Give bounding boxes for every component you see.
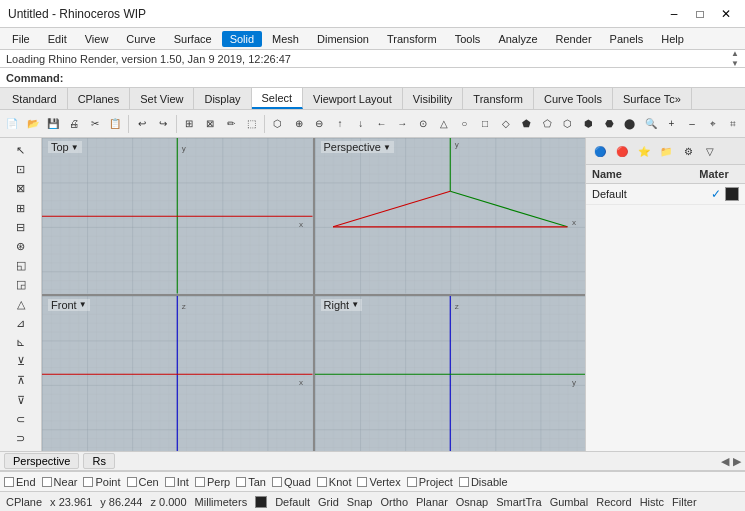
left-btn-11[interactable]: ⊻ — [5, 353, 37, 370]
toolbar-btn-19[interactable]: ⊙ — [413, 113, 433, 135]
toolbar-btn-24[interactable]: ⬟ — [517, 113, 537, 135]
toolbar-btn-32[interactable]: – — [682, 113, 702, 135]
tab-cplanes[interactable]: CPlanes — [68, 88, 131, 109]
status-filter[interactable]: Filter — [672, 496, 696, 508]
toolbar-btn-13[interactable]: ⊕ — [289, 113, 309, 135]
toolbar-btn-16[interactable]: ↓ — [351, 113, 371, 135]
rp-btn-filter[interactable]: ▽ — [700, 141, 720, 161]
left-btn-5[interactable]: ⊛ — [5, 238, 37, 255]
toolbar-btn-29[interactable]: ⬤ — [620, 113, 640, 135]
toolbar-btn-18[interactable]: → — [392, 113, 412, 135]
status-gumball[interactable]: Gumbal — [550, 496, 589, 508]
status-planar[interactable]: Planar — [416, 496, 448, 508]
menu-item-solid[interactable]: Solid — [222, 31, 262, 47]
menu-item-mesh[interactable]: Mesh — [264, 31, 307, 47]
toolbar-btn-21[interactable]: ○ — [454, 113, 474, 135]
toolbar-btn-15[interactable]: ↑ — [330, 113, 350, 135]
status-history[interactable]: Histc — [640, 496, 664, 508]
menu-item-edit[interactable]: Edit — [40, 31, 75, 47]
toolbar-btn-4[interactable]: ✂ — [85, 113, 105, 135]
toolbar-btn-11[interactable]: ⬚ — [242, 113, 262, 135]
snap-item-disable[interactable]: Disable — [459, 476, 508, 488]
tab-surface-tc»[interactable]: Surface Tc» — [613, 88, 692, 109]
tab-standard[interactable]: Standard — [2, 88, 68, 109]
vp-scroll-right[interactable]: ▶ — [733, 455, 741, 468]
toolbar-btn-14[interactable]: ⊖ — [310, 113, 330, 135]
status-grid[interactable]: Grid — [318, 496, 339, 508]
left-btn-7[interactable]: ◲ — [5, 276, 37, 293]
menu-item-view[interactable]: View — [77, 31, 117, 47]
rp-btn-4[interactable]: 📁 — [656, 141, 676, 161]
left-btn-10[interactable]: ⊾ — [5, 334, 37, 351]
snap-item-quad[interactable]: Quad — [272, 476, 311, 488]
close-button[interactable]: ✕ — [715, 5, 737, 23]
toolbar-btn-26[interactable]: ⬡ — [558, 113, 578, 135]
viewport-front[interactable]: Front ▼ — [42, 296, 313, 452]
snap-item-point[interactable]: Point — [83, 476, 120, 488]
toolbar-btn-20[interactable]: △ — [434, 113, 454, 135]
toolbar-btn-9[interactable]: ⊠ — [200, 113, 220, 135]
tab-select[interactable]: Select — [252, 88, 304, 109]
toolbar-btn-27[interactable]: ⬢ — [579, 113, 599, 135]
menu-item-panels[interactable]: Panels — [602, 31, 652, 47]
toolbar-btn-3[interactable]: 🖨 — [64, 113, 84, 135]
toolbar-btn-12[interactable]: ⬡ — [268, 113, 288, 135]
toolbar-btn-7[interactable]: ↪ — [153, 113, 173, 135]
status-record[interactable]: Record — [596, 496, 631, 508]
left-btn-12[interactable]: ⊼ — [5, 372, 37, 389]
toolbar-btn-25[interactable]: ⬠ — [537, 113, 557, 135]
toolbar-btn-22[interactable]: □ — [475, 113, 495, 135]
rp-btn-5[interactable]: ⚙ — [678, 141, 698, 161]
tab-curve-tools[interactable]: Curve Tools — [534, 88, 613, 109]
tab-set-view[interactable]: Set View — [130, 88, 194, 109]
viewport-perspective[interactable]: Perspective ▼ — [315, 138, 586, 294]
rp-btn-2[interactable]: 🔴 — [612, 141, 632, 161]
tab-display[interactable]: Display — [194, 88, 251, 109]
status-smarttrack[interactable]: SmartTra — [496, 496, 541, 508]
status-osnap[interactable]: Osnap — [456, 496, 488, 508]
snap-item-knot[interactable]: Knot — [317, 476, 352, 488]
snap-item-vertex[interactable]: Vertex — [357, 476, 400, 488]
vp-perspective-tab[interactable]: Perspective — [4, 453, 79, 469]
toolbar-btn-17[interactable]: ← — [372, 113, 392, 135]
toolbar-btn-10[interactable]: ✏ — [221, 113, 241, 135]
vp-rs-tab[interactable]: Rs — [83, 453, 114, 469]
toolbar-btn-34[interactable]: ⌗ — [724, 113, 744, 135]
toolbar-btn-23[interactable]: ◇ — [496, 113, 516, 135]
minimize-button[interactable]: – — [663, 5, 685, 23]
left-btn-0[interactable]: ↖ — [5, 142, 37, 159]
left-btn-4[interactable]: ⊟ — [5, 219, 37, 236]
toolbar-btn-2[interactable]: 💾 — [43, 113, 63, 135]
left-btn-14[interactable]: ⊂ — [5, 411, 37, 428]
tab-visibility[interactable]: Visibility — [403, 88, 464, 109]
left-btn-2[interactable]: ⊠ — [5, 180, 37, 197]
toolbar-btn-31[interactable]: + — [661, 113, 681, 135]
vp-scroll-left[interactable]: ◀ — [721, 455, 729, 468]
rp-btn-3[interactable]: ⭐ — [634, 141, 654, 161]
toolbar-btn-8[interactable]: ⊞ — [179, 113, 199, 135]
toolbar-btn-28[interactable]: ⬣ — [599, 113, 619, 135]
toolbar-btn-0[interactable]: 📄 — [2, 113, 22, 135]
snap-item-near[interactable]: Near — [42, 476, 78, 488]
snap-item-tan[interactable]: Tan — [236, 476, 266, 488]
toolbar-btn-33[interactable]: ⌖ — [703, 113, 723, 135]
snap-item-cen[interactable]: Cen — [127, 476, 159, 488]
snap-item-perp[interactable]: Perp — [195, 476, 230, 488]
left-btn-9[interactable]: ⊿ — [5, 315, 37, 332]
left-btn-8[interactable]: △ — [5, 296, 37, 313]
tab-transform[interactable]: Transform — [463, 88, 534, 109]
snap-item-end[interactable]: End — [4, 476, 36, 488]
left-btn-15[interactable]: ⊃ — [5, 430, 37, 447]
layer-row-default[interactable]: Default ✓ — [586, 184, 745, 205]
snap-item-int[interactable]: Int — [165, 476, 189, 488]
menu-item-curve[interactable]: Curve — [118, 31, 163, 47]
menu-item-render[interactable]: Render — [548, 31, 600, 47]
menu-item-analyze[interactable]: Analyze — [490, 31, 545, 47]
left-btn-1[interactable]: ⊡ — [5, 161, 37, 178]
toolbar-btn-6[interactable]: ↩ — [132, 113, 152, 135]
tab-viewport-layout[interactable]: Viewport Layout — [303, 88, 403, 109]
viewport-top[interactable]: Top ▼ — [42, 138, 313, 294]
menu-item-surface[interactable]: Surface — [166, 31, 220, 47]
menu-item-dimension[interactable]: Dimension — [309, 31, 377, 47]
toolbar-btn-5[interactable]: 📋 — [106, 113, 126, 135]
